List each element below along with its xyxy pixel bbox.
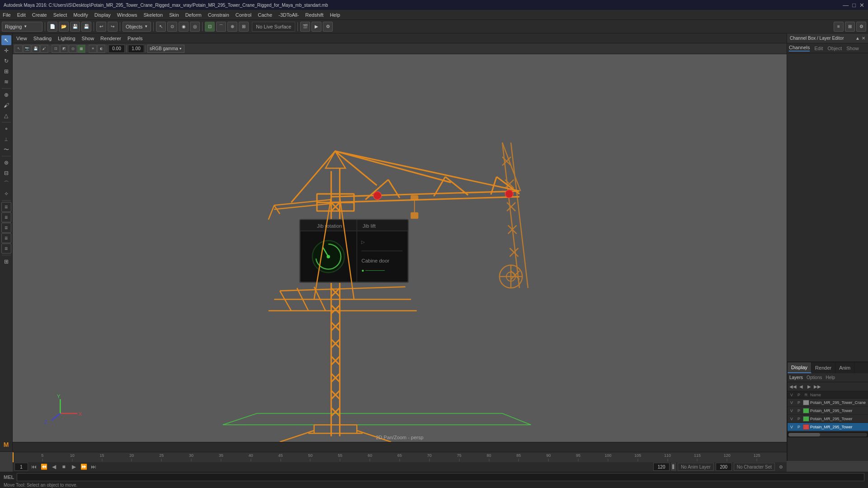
lattice-tool[interactable]: ⊟ [1, 168, 11, 178]
char-set-display[interactable]: No Character Set [734, 463, 775, 471]
menu-edit[interactable]: Edit [17, 12, 26, 18]
redo-button[interactable]: ↪ [108, 22, 118, 32]
arrow-select-tool[interactable]: ↖ [1, 35, 11, 45]
snap-grid-button[interactable]: ⊡ [205, 22, 215, 32]
layer-tool-3[interactable]: ≡ [1, 223, 11, 233]
paint-tool[interactable]: 🖌 [1, 100, 11, 110]
step-back-btn[interactable]: ⏪ [40, 463, 48, 471]
vp-shade-btn[interactable]: ◩ [60, 45, 68, 53]
subtab-options[interactable]: Options [807, 375, 822, 380]
channel-box-expand-icon[interactable]: ▲ [855, 36, 860, 41]
save-as-button[interactable]: 💾 [81, 22, 91, 32]
channel-box-toggle[interactable]: ≡ [834, 22, 844, 32]
vp-smooth-btn[interactable]: ◎ [69, 45, 77, 53]
subtab-help[interactable]: Help [826, 375, 835, 380]
bend-tool[interactable]: ⌒ [1, 178, 11, 188]
attribute-editor-toggle[interactable]: ⊞ [845, 22, 855, 32]
vp-gamma-dropdown[interactable]: sRGB gamma ▼ [147, 45, 184, 53]
cluster-tool[interactable]: ⊛ [1, 158, 11, 168]
layer-row-2[interactable]: V P Potain_MR_295_Tower [788, 407, 868, 415]
layers-end-btn[interactable]: ▶▶ [814, 383, 821, 390]
minimize-button[interactable]: — [843, 2, 849, 9]
layer-row-3[interactable]: V P Potain_MR_295_Tower [788, 415, 868, 423]
vp-wire-btn[interactable]: ⊡ [52, 45, 60, 53]
vp-tex-btn[interactable]: ▦ [77, 45, 85, 53]
vp-camera-btn[interactable]: 📷 [23, 45, 31, 53]
tab-channels[interactable]: Channels [789, 45, 810, 52]
go-start-btn[interactable]: ⏮ [30, 463, 38, 471]
play-back-btn[interactable]: ◀ [50, 463, 58, 471]
menu-control[interactable]: Control [236, 12, 251, 18]
vp-field-value[interactable]: 0.00 [108, 45, 125, 53]
create-joint-tool[interactable]: ⚬ [1, 124, 11, 134]
render-settings-button[interactable]: ⚙ [323, 22, 333, 32]
menu-skeleton[interactable]: Skeleton [143, 12, 163, 18]
layer-tool-1[interactable]: ≡ [1, 202, 11, 212]
vp-menu-lighting[interactable]: Lighting [58, 36, 75, 41]
scale-tool[interactable]: ⊞ [1, 66, 11, 76]
char-set-options-btn[interactable]: ⚙ [777, 463, 785, 471]
menu-redshift[interactable]: Redshift [305, 12, 323, 18]
mel-input[interactable] [17, 473, 864, 481]
layers-back-btn[interactable]: ◀◀ [789, 383, 797, 390]
layers-scroll-thumb[interactable] [788, 433, 820, 436]
rotate-tool[interactable]: ↻ [1, 56, 11, 66]
menu-display[interactable]: Display [94, 12, 111, 18]
mode-dropdown[interactable]: Rigging ▼ [2, 22, 42, 32]
select-tool-button[interactable]: ↖ [156, 22, 166, 32]
vp-gamma-value[interactable]: 1.00 [128, 45, 144, 53]
vp-menu-shading[interactable]: Shading [33, 36, 52, 41]
new-file-button[interactable]: 📄 [47, 22, 57, 32]
close-button[interactable]: ✕ [859, 2, 864, 9]
tab-anim[interactable]: Anim [835, 362, 854, 373]
vp-menu-panels[interactable]: Panels [127, 36, 143, 41]
frame-end-input[interactable] [653, 463, 670, 471]
ik-spline-tool[interactable]: 〜 [1, 145, 11, 155]
tab-render[interactable]: Render [811, 362, 835, 373]
tab-object[interactable]: Object [827, 46, 842, 51]
paint-select-button[interactable]: ◉ [179, 22, 189, 32]
quick-layout-btn[interactable]: ⊞ [1, 257, 11, 267]
vp-select-btn[interactable]: ↖ [14, 45, 23, 53]
vp-save-btn[interactable]: 💾 [32, 45, 40, 53]
menu-file[interactable]: File [3, 12, 11, 18]
tool-settings-toggle[interactable]: ⚙ [856, 22, 866, 32]
sculpt-tool[interactable]: △ [1, 111, 11, 121]
layer-tool-4[interactable]: ≡ [1, 233, 11, 243]
layers-scroll-track[interactable] [788, 433, 867, 436]
menu-3dtoall[interactable]: -3DToAll- [278, 12, 299, 18]
range-end-field[interactable]: 200 [716, 463, 732, 471]
menu-cache[interactable]: Cache [258, 12, 272, 18]
layers-next-btn[interactable]: ▶ [806, 383, 813, 390]
snap-point-button[interactable]: ⊕ [227, 22, 237, 32]
tab-edit[interactable]: Edit [814, 46, 823, 51]
subtab-layers[interactable]: Layers [789, 375, 803, 380]
show-manip-tool[interactable]: ⊕ [1, 90, 11, 100]
menu-select[interactable]: Select [53, 12, 67, 18]
vp-menu-view[interactable]: View [16, 36, 27, 41]
anim-layer-display[interactable]: No Anim Layer [678, 463, 714, 471]
ik-handle-tool[interactable]: ⟂ [1, 134, 11, 144]
maximize-button[interactable]: □ [852, 2, 856, 9]
layer-tool-2[interactable]: ≡ [1, 212, 11, 222]
undo-button[interactable]: ↩ [96, 22, 106, 32]
soft-mod-tool[interactable]: ≋ [1, 77, 11, 87]
layer-row-4[interactable]: V P Potain_MR_295_Tower [788, 423, 868, 431]
step-fwd-btn[interactable]: ⏩ [80, 463, 88, 471]
soft-select-button[interactable]: ◎ [190, 22, 200, 32]
snap-curve-button[interactable]: ⌒ [216, 22, 226, 32]
vp-shadow-btn[interactable]: ◐ [97, 45, 105, 53]
menu-help[interactable]: Help [330, 12, 340, 18]
stop-btn[interactable]: ■ [60, 463, 68, 471]
render-button[interactable]: 🎬 [300, 22, 310, 32]
play-fwd-btn[interactable]: ▶ [70, 463, 78, 471]
layer-tool-5[interactable]: ≡ [1, 244, 11, 253]
save-file-button[interactable]: 💾 [70, 22, 80, 32]
menu-deform[interactable]: Deform [185, 12, 202, 18]
vp-menu-renderer[interactable]: Renderer [100, 36, 121, 41]
objects-dropdown[interactable]: Objects ▼ [123, 22, 151, 32]
vp-paint-btn[interactable]: 🖌 [40, 45, 48, 53]
lasso-select-button[interactable]: ⊙ [167, 22, 177, 32]
tab-display[interactable]: Display [788, 362, 811, 373]
layers-prev-btn[interactable]: ◀ [797, 383, 805, 390]
